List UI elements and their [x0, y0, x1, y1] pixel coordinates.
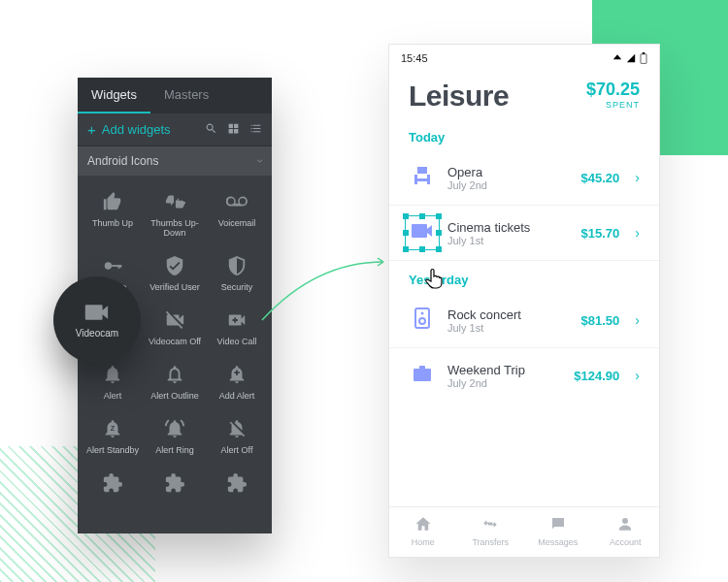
add-widgets-button[interactable]: + Add widgets	[87, 121, 171, 138]
selection-handle[interactable]	[403, 213, 409, 219]
nav-account[interactable]: Account	[592, 507, 660, 557]
tab-widgets[interactable]: Widgets	[78, 78, 150, 113]
section-label: Android Icons	[87, 154, 158, 168]
tab-masters[interactable]: Masters	[150, 78, 222, 113]
alert-outline-icon-cell[interactable]: Alert Outline	[144, 354, 206, 408]
spent-label: SPENT	[586, 100, 640, 110]
grid-view-icon[interactable]	[227, 122, 240, 138]
bottom-nav: HomeTransfersMessagesAccount	[389, 506, 659, 557]
spent-amount: $70.25	[586, 80, 640, 100]
selection-handle[interactable]	[436, 230, 442, 236]
nav-home[interactable]: Home	[389, 507, 457, 557]
videocam-icon	[83, 303, 111, 322]
status-icons	[612, 52, 647, 64]
group-label: Today	[389, 118, 659, 150]
icon-label: Alert Outline	[150, 391, 199, 401]
tx-row[interactable]: OperaJuly 2nd$45.20›	[389, 150, 659, 206]
tx-info: Weekend TripJuly 2nd	[447, 363, 562, 389]
nav-transfers[interactable]: Transfers	[457, 507, 525, 557]
alert-off-icon	[224, 416, 249, 441]
drag-arrow	[257, 252, 393, 330]
selection-handle[interactable]	[403, 230, 409, 236]
selection-handle[interactable]	[436, 246, 442, 252]
puzzle-icon-cell[interactable]	[82, 463, 144, 507]
list-view-icon[interactable]	[249, 122, 262, 138]
svg-rect-2	[118, 265, 120, 269]
verified-user-icon	[162, 253, 187, 278]
thumbs-up-down-icon-cell[interactable]: Thumbs Up-Down	[144, 181, 206, 245]
svg-point-10	[622, 518, 628, 524]
add-widgets-label: Add widgets	[102, 122, 171, 137]
voicemail-icon	[224, 189, 249, 214]
bubble-label: Videocam	[76, 328, 118, 339]
puzzle-icon	[224, 470, 249, 496]
icon-label: Video Call	[217, 337, 257, 346]
chevron-right-icon: ›	[635, 312, 640, 328]
tx-info: Rock concertJuly 1st	[447, 307, 570, 334]
puzzle-icon-cell[interactable]	[206, 463, 268, 507]
icon-label: Alert Standby	[86, 445, 139, 455]
add-row: + Add widgets	[78, 113, 272, 146]
tx-amount: $81.50	[581, 313, 620, 328]
tx-info: Cinema ticketsJuly 1st	[447, 220, 570, 246]
alert-icon	[100, 362, 125, 387]
wifi-icon	[612, 53, 622, 63]
verified-user-icon-cell[interactable]: Verified User	[144, 245, 206, 300]
svg-rect-3	[119, 265, 121, 268]
nav-label: Messages	[538, 537, 578, 547]
video-call-icon-cell[interactable]: Video Call	[206, 300, 268, 354]
tx-amount: $45.20	[581, 171, 620, 185]
security-icon-cell[interactable]: Security	[206, 245, 268, 300]
speaker-icon	[409, 307, 436, 334]
tx-row[interactable]: Weekend TripJuly 2nd$124.90›	[389, 348, 659, 403]
tx-info: OperaJuly 2nd	[447, 165, 570, 191]
home-icon	[414, 515, 432, 534]
tx-name: Weekend Trip	[447, 363, 562, 377]
svg-point-8	[421, 312, 424, 315]
tx-name: Cinema tickets	[447, 220, 570, 235]
puzzle-icon-cell[interactable]	[144, 463, 206, 507]
nav-label: Account	[610, 537, 642, 547]
selection-handle[interactable]	[403, 246, 409, 252]
chevron-right-icon: ›	[635, 225, 640, 241]
nav-messages[interactable]: Messages	[524, 507, 592, 557]
icon-label: Alert Off	[221, 445, 253, 455]
secure-icon	[100, 253, 125, 278]
icon-label: Security	[221, 282, 253, 292]
add-alert-icon-cell[interactable]: Add Alert	[206, 354, 268, 408]
alert-off-icon-cell[interactable]: Alert Off	[206, 408, 268, 463]
svg-rect-6	[643, 52, 645, 54]
thumb-up-icon-cell[interactable]: Thumb Up	[82, 181, 144, 245]
tx-name: Rock concert	[447, 307, 570, 322]
tx-date: July 1st	[447, 322, 570, 334]
videocam-off-icon	[162, 307, 187, 333]
phone-header: Leisure $70.25 SPENT	[389, 72, 659, 118]
tabs: Widgets Masters	[78, 78, 272, 113]
icon-label: Verified User	[149, 282, 200, 292]
svg-point-9	[419, 318, 425, 324]
icon-label: Add Alert	[219, 391, 255, 401]
tx-row[interactable]: Rock concertJuly 1st$81.50›	[389, 293, 659, 348]
alert-standby-icon-cell[interactable]: ZAlert Standby	[82, 408, 144, 463]
alert-ring-icon-cell[interactable]: Alert Ring	[144, 408, 206, 463]
tx-row[interactable]: Cinema ticketsJuly 1st$15.70›	[389, 206, 659, 261]
chair-icon	[409, 164, 436, 191]
status-time: 15:45	[401, 52, 428, 64]
chevron-right-icon: ›	[635, 170, 640, 185]
selection-handle[interactable]	[436, 213, 442, 219]
selection-handle[interactable]	[419, 246, 425, 252]
icon-label: Voicemail	[218, 218, 256, 228]
tx-amount: $124.90	[574, 369, 619, 383]
puzzle-icon	[100, 470, 125, 496]
icon-label: Alert	[104, 391, 122, 401]
section-header[interactable]: Android Icons ›	[78, 146, 272, 176]
voicemail-icon-cell[interactable]: Voicemail	[206, 181, 268, 245]
videocam-off-icon-cell[interactable]: Videocam Off	[144, 300, 206, 354]
spent-summary: $70.25 SPENT	[586, 80, 640, 110]
briefcase-icon	[409, 362, 436, 389]
search-icon[interactable]	[205, 122, 217, 138]
phone-mockup: 15:45 Leisure $70.25 SPENT TodayOperaJul…	[388, 44, 660, 558]
selection-handle[interactable]	[419, 213, 425, 219]
page-title: Leisure	[409, 80, 509, 113]
battery-icon	[640, 52, 647, 64]
